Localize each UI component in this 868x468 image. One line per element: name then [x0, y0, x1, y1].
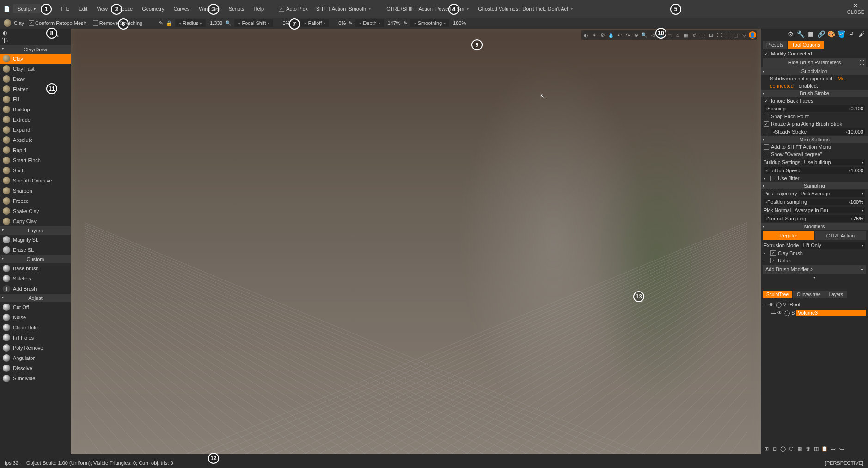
misc-header[interactable]: Misc Settings [761, 136, 868, 143]
pos-sampling-slider[interactable]: ◂Position sampling▸100% [764, 199, 865, 205]
brush-add-brush[interactable]: Add Brush [0, 284, 71, 294]
b9-icon[interactable]: ⮐ [829, 445, 837, 452]
brush-section-adjust[interactable]: Adjust [0, 294, 71, 302]
sampling-header[interactable]: Sampling [761, 182, 868, 189]
gear-icon[interactable]: ⚙ [786, 30, 795, 39]
brush-poly-remove[interactable]: Poly Remove [0, 343, 71, 353]
brush-angulator[interactable]: Angulator [0, 353, 71, 363]
vp-box-icon[interactable]: ◻ [666, 31, 673, 39]
vp-search-icon[interactable]: 🔍 [641, 31, 648, 39]
vp-grid-icon[interactable]: ▦ [682, 31, 690, 39]
menu-geometry[interactable]: Geometry [138, 4, 168, 13]
brush-erase-sl[interactable]: Erase SL [0, 245, 71, 255]
edit-icon[interactable]: ✎ [55, 33, 60, 39]
conform-check[interactable]: Conform Retopo Mesh [27, 19, 88, 27]
menu-curves[interactable]: Curves [170, 4, 193, 13]
add-modifier-button[interactable]: Add Brush Modifier->+ [763, 265, 866, 274]
vp-hash-icon[interactable]: # [691, 31, 698, 39]
pen-icon[interactable]: ✎ [159, 20, 163, 26]
steady-slider[interactable]: ◂Steady Stroke▸10.000 [771, 128, 865, 135]
autopick-check[interactable]: Auto Pick [276, 5, 310, 12]
checker-icon[interactable]: ▦ [806, 30, 815, 39]
brush-fill-holes[interactable]: Fill Holes [0, 333, 71, 343]
brush-cut-off[interactable]: Cut Off [0, 302, 71, 312]
hide-brush-params-button[interactable]: Hide Brush Parameters⛶ [763, 58, 866, 67]
menu-file[interactable]: File [58, 4, 73, 13]
brush-smooth-concave[interactable]: Smooth Concave [0, 176, 71, 186]
brush-copy-clay[interactable]: Copy Clay [0, 216, 71, 226]
paint-icon[interactable]: 🎨 [826, 30, 836, 39]
menu-freeze[interactable]: Freeze [113, 4, 136, 13]
pen3-icon[interactable]: ✎ [403, 20, 408, 26]
clay-brush-check[interactable]: ▸ Clay Brush [761, 249, 868, 257]
vp-expand-icon[interactable]: ⛶ [724, 31, 731, 39]
b3-icon[interactable]: ◯ [779, 445, 787, 452]
remove-stretch-check[interactable]: Remove Stretching [91, 19, 145, 27]
relax-check[interactable]: ▸ Relax [761, 257, 868, 264]
brush-fill[interactable]: Fill [0, 94, 71, 104]
vp-undo-icon[interactable]: ↶ [616, 31, 623, 39]
brush-expand[interactable]: Expand [0, 125, 71, 135]
b10-icon[interactable]: ⮑ [837, 445, 845, 452]
pick-normal-dropdown[interactable]: Average in Bru [793, 207, 865, 213]
vp-sun-icon[interactable]: ☀ [591, 31, 598, 39]
b7-icon[interactable]: ◫ [813, 445, 820, 452]
tree-tab-curves[interactable]: Curves tree [793, 291, 825, 298]
viewport[interactable]: ↖ ◐ ☀ ⚙ 💧 ↶ ↷ ⊕ 🔍 ◁ 📷 ◻ ⌂ ▦ # ⬚ ⊡ ⛶ ⛶ ▢ … [71, 29, 761, 454]
toggle-icon[interactable]: ◐ [1, 30, 9, 36]
brush-freeze[interactable]: Freeze [0, 196, 71, 206]
brush-magnify-sl[interactable]: Magnify SL [0, 235, 71, 245]
brush-clay[interactable]: Clay [0, 54, 71, 64]
ignore-back-check[interactable]: Ignore Back Faces [761, 97, 868, 104]
snap-each-check[interactable]: Snap Each Point [761, 113, 868, 120]
subdivision-header[interactable]: Subdivision [761, 67, 868, 75]
focal-slider[interactable]: ◂Focal Shift▸ [234, 19, 273, 27]
close-button[interactable]: ✕CLOSE [847, 2, 864, 15]
vp-home-icon[interactable]: ⌂ [674, 31, 681, 39]
b1-icon[interactable]: ⊞ [763, 445, 770, 452]
depth-slider[interactable]: ◂Depth▸ [355, 19, 384, 27]
collapse-arrow[interactable]: ▾ [761, 274, 868, 280]
vp-play-icon[interactable]: ◁ [649, 31, 656, 39]
brush-rapid[interactable]: Rapid [0, 145, 71, 155]
brush-section-claydraw[interactable]: Clay/Draw [0, 45, 71, 54]
shift-action-dropdown[interactable]: SHIFT ActionSmooth [312, 4, 375, 13]
mode-ctrl-button[interactable]: CTRL Action [815, 231, 866, 240]
use-jitter-check[interactable]: ▾ Use Jitter [761, 175, 868, 182]
b5-icon[interactable]: ▦ [796, 445, 803, 452]
room-selector[interactable]: Sculpt ▾ [13, 4, 40, 13]
b6-icon[interactable]: 🗑 [804, 445, 812, 452]
tree-tab-layers[interactable]: Layers [825, 291, 847, 298]
brush-section-custom[interactable]: Custom [0, 255, 71, 263]
pen2-icon[interactable]: ✎ [348, 20, 353, 26]
wrench-icon[interactable]: 🔧 [796, 30, 805, 39]
vp-redo-icon[interactable]: ↷ [624, 31, 631, 39]
b4-icon[interactable]: ⬡ [788, 445, 795, 452]
radius-slider[interactable]: ◂Radius▸ [175, 19, 206, 27]
vp-misc2-icon[interactable]: ⊡ [707, 31, 715, 39]
brush-absolute[interactable]: Absolute [0, 135, 71, 145]
brush-clay-fast[interactable]: Clay Fast [0, 64, 71, 74]
brush-stroke-header[interactable]: Brush Stroke [761, 90, 868, 97]
menu-edit[interactable]: Edit [75, 4, 91, 13]
tab-tool-options[interactable]: Tool Options [788, 41, 824, 49]
vp-misc1-icon[interactable]: ⬚ [699, 31, 706, 39]
rotate-alpha-check[interactable]: Rotate Alpha Along Brush Strok [761, 120, 868, 128]
vp-person-icon[interactable]: ⛶ [715, 31, 723, 39]
menu-help[interactable]: Help [250, 4, 268, 13]
brush-flatten[interactable]: Flatten [0, 84, 71, 94]
pick-traj-dropdown[interactable]: Pick Average [799, 190, 865, 197]
brush-section-layers[interactable]: Layers [0, 226, 71, 235]
tab-presets[interactable]: Presets [763, 41, 787, 49]
brush-subdivide[interactable]: Subdivide [0, 373, 71, 383]
tree-tab-sculpt[interactable]: SculptTree [763, 291, 792, 298]
curve-icon[interactable]: 〰 [293, 20, 298, 26]
buildup-speed-slider[interactable]: ◂Buildup Speed▸1.000 [764, 167, 865, 174]
p-icon[interactable]: P [847, 30, 856, 39]
menu-scripts[interactable]: Scripts [225, 4, 248, 13]
ctrl-action-dropdown[interactable]: CTRL+SHIFT ActionPowerful Sm [383, 4, 472, 13]
vp-target-icon[interactable]: ⊕ [632, 31, 640, 39]
brush-base-brush[interactable]: Base brush [0, 263, 71, 274]
vp-down-icon[interactable]: ▽ [740, 31, 748, 39]
extrusion-dropdown[interactable]: Lift Only [801, 242, 865, 249]
